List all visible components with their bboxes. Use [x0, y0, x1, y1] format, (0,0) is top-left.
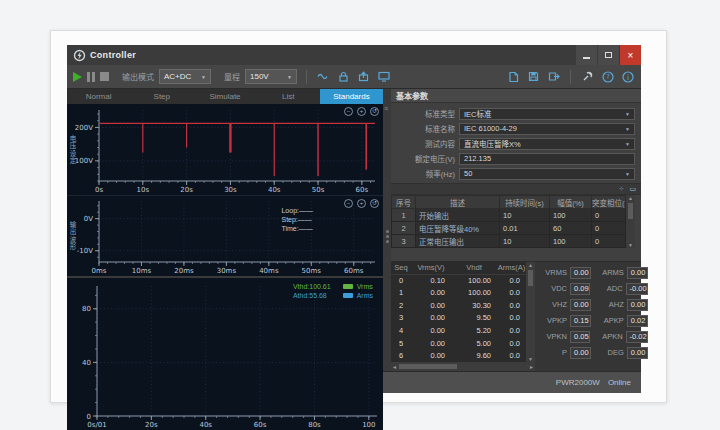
tab-list[interactable]: List [257, 89, 320, 104]
scroll-up-icon[interactable]: ▲ [528, 262, 533, 268]
svg-text:0s/01: 0s/01 [87, 421, 106, 429]
tab-simulate[interactable]: Simulate [193, 89, 256, 104]
seq-table-row[interactable]: 40.005.200.0 [391, 324, 526, 337]
zoom-in-icon[interactable]: + [357, 107, 366, 116]
splitter-grip-icon: ≡ [384, 107, 388, 110]
scroll-right-icon[interactable]: ► [529, 364, 534, 370]
window-controls: × [575, 45, 641, 65]
help-icon[interactable]: ? [600, 70, 615, 83]
new-file-icon[interactable] [506, 70, 521, 83]
display-icon[interactable] [376, 70, 391, 83]
tab-standards[interactable]: Standards [320, 89, 383, 104]
tab-step[interactable]: Step [130, 89, 193, 104]
maximize-button[interactable] [597, 45, 619, 65]
steps-table-row[interactable]: 1开始输出101000 [392, 209, 626, 222]
pause-button[interactable] [87, 72, 95, 82]
online-state: Online [608, 378, 631, 387]
scrollbar-thumb[interactable] [528, 270, 533, 286]
steps-table-row[interactable]: 3正常电压输出101000 [392, 235, 626, 248]
toolbar-separator [570, 70, 571, 84]
seq-table-cell: 0.00 [411, 299, 451, 312]
voltage-setpoint-chart[interactable]: 电压设定 0s10s20s30s40s50s60s200V100V − + ↺ [67, 104, 383, 196]
svg-text:80s: 80s [308, 421, 321, 429]
close-button[interactable]: × [619, 45, 641, 65]
arms-legend-item: Arms [343, 292, 373, 299]
param-select[interactable]: IEC标准▼ [459, 108, 635, 120]
seq-col-header: Seq [391, 262, 411, 274]
arms-legend-swatch [343, 293, 353, 298]
collapse-icon[interactable]: ▭ [629, 185, 636, 193]
steps-mini-toolbar: ⁘ ▭ [391, 183, 641, 195]
minimize-button[interactable] [575, 45, 597, 65]
svg-text:-10V: -10V [77, 247, 93, 255]
scrollbar-thumb[interactable] [628, 203, 633, 219]
zoom-out-icon[interactable]: − [344, 107, 353, 116]
reset-zoom-icon[interactable]: ↺ [370, 199, 379, 208]
range-value: 150V [250, 72, 269, 81]
scroll-up-icon[interactable]: ▲ [628, 195, 633, 201]
seq-table-row[interactable]: 20.0030.300.0 [391, 299, 526, 312]
param-select[interactable]: 直流电压暂降X%▼ [459, 138, 635, 150]
vrms-legend-item: Vrms [343, 283, 373, 290]
svg-text:50s: 50s [312, 186, 325, 194]
scrollbar-thumb[interactable] [399, 364, 457, 369]
steps-col-header: 持续时间(s) [500, 196, 550, 209]
time-status: Time:—— [281, 224, 313, 233]
waveform-icon[interactable] [316, 70, 331, 83]
seq-table-row[interactable]: 50.005.000.0 [391, 337, 526, 350]
stop-button[interactable] [100, 72, 109, 81]
sequence-results-area: SeqVrms(V)VhdfArms(A) 00.10100.000.010.0… [391, 262, 535, 371]
settings-icon[interactable] [580, 70, 595, 83]
seq-table-cell: 0.0 [497, 324, 526, 337]
param-label: 测试内容 [393, 138, 455, 149]
waveform-chart-y-label: 输出波形 [67, 221, 77, 251]
range-select[interactable]: 150V▼ [245, 69, 297, 84]
steps-table-cell: 电压暂降等级40% [416, 222, 500, 235]
expand-icon[interactable]: ⁘ [619, 185, 625, 193]
seq-table-row[interactable]: 30.009.500.0 [391, 312, 526, 325]
svg-text:20s: 20s [145, 421, 158, 429]
steps-table-scrollbar[interactable]: ▲ ▼ [626, 195, 635, 248]
output-waveform-chart[interactable]: 输出波形 0ms10ms20ms30ms40ms50ms60ms0V-10V L… [67, 196, 383, 276]
seq-table-cell: 0.0 [497, 312, 526, 325]
zoom-in-icon[interactable]: + [357, 199, 366, 208]
seq-col-header: Vrms(V) [411, 262, 451, 274]
measurement-label: VPKP [539, 316, 567, 325]
svg-text:30s: 30s [224, 186, 237, 194]
save-icon[interactable] [526, 70, 541, 83]
param-value: 50 [464, 169, 472, 178]
steps-table-cell: 60 [550, 222, 592, 235]
panel-splitter[interactable]: ≡ [383, 89, 391, 371]
reset-zoom-icon[interactable]: ↺ [370, 107, 379, 116]
output-mode-value: AC+DC [164, 72, 191, 81]
output-mode-select[interactable]: AC+DC▼ [159, 69, 211, 84]
window-title: Controller [90, 50, 136, 60]
param-select[interactable]: IEC 61000-4-29▼ [459, 123, 635, 135]
arms-legend-label: Arms [357, 292, 373, 299]
export-icon[interactable] [546, 70, 561, 83]
seq-table-row[interactable]: 00.10100.000.0 [391, 274, 526, 287]
sequence-table-hscrollbar[interactable]: ◄ ► [391, 362, 535, 371]
lock-icon[interactable] [336, 70, 351, 83]
seq-table-row[interactable]: 60.009.600.0 [391, 349, 526, 362]
pwr-logo: Controller [73, 49, 136, 62]
run-button[interactable] [73, 72, 82, 82]
zoom-out-icon[interactable]: − [344, 199, 353, 208]
sequence-table-scrollbar[interactable]: ▲ ▼ [526, 262, 535, 362]
tab-normal[interactable]: Normal [67, 89, 130, 104]
measurement-label: VDC [539, 284, 567, 293]
param-input[interactable]: 212.135 [459, 153, 635, 165]
info-icon[interactable]: i [620, 70, 635, 83]
measurement-value: 0.00 [570, 347, 591, 359]
upload-icon[interactable] [356, 70, 371, 83]
scroll-left-icon[interactable]: ◄ [392, 364, 397, 370]
steps-table-cell: 100 [550, 209, 592, 222]
svg-text:100V: 100V [75, 157, 93, 165]
svg-text:30ms: 30ms [217, 267, 237, 275]
seq-table-row[interactable]: 10.00100.000.0 [391, 287, 526, 300]
measurement-row: VRMS0.00ARMS0.00 [539, 266, 648, 279]
param-select[interactable]: 50▼ [459, 168, 635, 180]
trend-chart[interactable]: 0s/0120s40s60s80s10080400 Vthd:100.61 Vr… [67, 276, 383, 430]
steps-table-row[interactable]: 2电压暂降等级40%0.01600 [392, 222, 626, 235]
seq-table-cell: 0.0 [497, 337, 526, 350]
